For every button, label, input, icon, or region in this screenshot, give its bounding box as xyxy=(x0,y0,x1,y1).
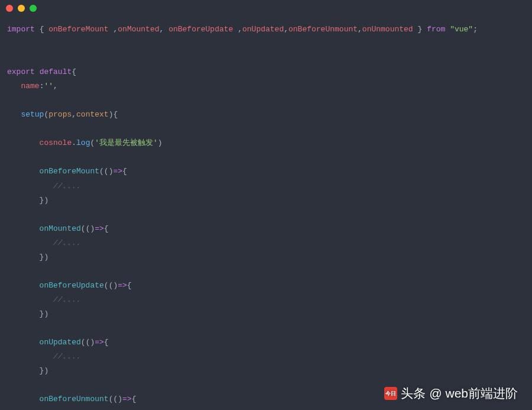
import-item: onUpdated xyxy=(242,25,284,34)
import-item: onBeforeMount xyxy=(48,25,108,34)
string-module: "vue" xyxy=(450,25,473,34)
watermark-handle: web前端进阶 xyxy=(445,385,518,402)
import-item: onMounted xyxy=(118,25,159,34)
close-icon[interactable] xyxy=(6,5,13,12)
func-setup: setup xyxy=(21,110,44,119)
arrow: => xyxy=(113,167,122,176)
comment: //.... xyxy=(53,182,81,191)
close: }) xyxy=(40,196,49,205)
import-item: onBeforeUpdate xyxy=(168,25,233,34)
watermark-at: @ xyxy=(429,386,442,401)
param-props: props xyxy=(48,110,72,119)
arrow: => xyxy=(122,395,132,403)
keyword-from: from xyxy=(427,25,445,34)
hook-call: onBeforeUpdate xyxy=(40,281,104,290)
keyword-export: export xyxy=(7,67,35,76)
watermark-prefix: 头条 xyxy=(401,385,426,402)
comment: //.... xyxy=(53,352,81,361)
hook-call: onMounted xyxy=(40,224,81,233)
window-titlebar xyxy=(0,0,532,17)
close: }) xyxy=(40,253,49,262)
func-log: log xyxy=(76,138,90,147)
minimize-icon[interactable] xyxy=(18,5,25,12)
hook-call: onBeforeMount xyxy=(40,167,99,176)
comment: //.... xyxy=(53,238,81,247)
prop-name: name xyxy=(21,82,39,91)
param-context: context xyxy=(76,110,109,119)
keyword-default: default xyxy=(40,67,72,76)
maximize-icon[interactable] xyxy=(30,5,37,12)
brace-open: { xyxy=(40,25,44,34)
close: }) xyxy=(40,366,49,375)
keyword-import: import xyxy=(7,25,35,34)
comment: //.... xyxy=(53,295,81,304)
watermark: 今日 头条 @web前端进阶 xyxy=(384,385,518,402)
string-empty: '' xyxy=(44,82,53,91)
code-editor[interactable]: import { onBeforeMount ,onMounted, onBef… xyxy=(0,17,532,410)
hook-call: onUpdated xyxy=(40,338,81,347)
hook-call: onBeforeUnmount xyxy=(40,395,109,403)
arrow: => xyxy=(118,281,127,290)
arrow: => xyxy=(95,338,104,347)
toutiao-logo-icon: 今日 xyxy=(384,387,397,400)
close: }) xyxy=(40,309,49,318)
brace-close: } xyxy=(418,25,423,34)
import-item: onUnmounted xyxy=(362,25,413,34)
ident-cosnole: cosnole xyxy=(40,138,72,147)
arrow: => xyxy=(95,224,104,233)
import-item: onBeforeUnmount xyxy=(288,25,358,34)
string-log: '我是最先被触发' xyxy=(95,138,158,147)
